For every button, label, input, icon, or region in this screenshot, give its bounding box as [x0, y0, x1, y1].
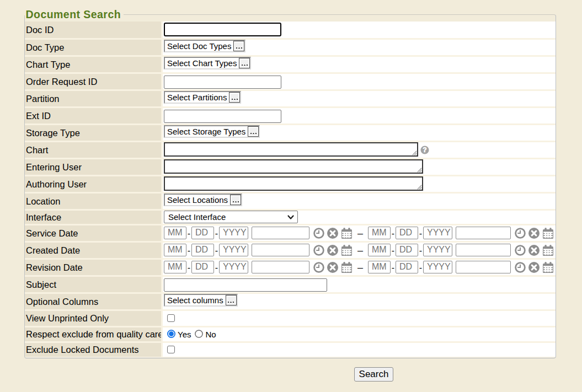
svg-text:?: ? [423, 146, 426, 154]
